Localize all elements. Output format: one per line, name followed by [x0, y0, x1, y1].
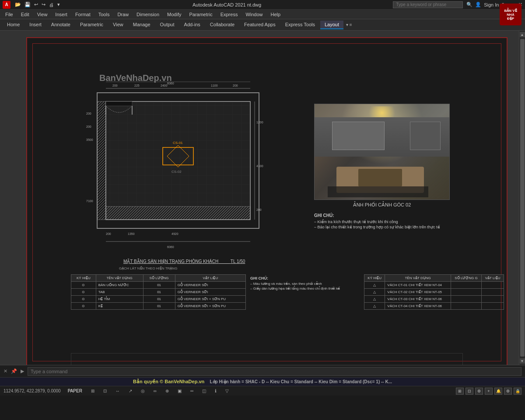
table-row: ⊙ TAB 01 GỖ VERNEER SỚI: [71, 289, 246, 296]
status-icon-4[interactable]: +: [485, 388, 493, 395]
tab-parametric[interactable]: Parametric: [76, 21, 108, 29]
cell-material: GỖ VERNEER SỚI + SƠN PU: [175, 303, 245, 310]
cmd-close-btn[interactable]: ✕: [4, 368, 7, 374]
status-icon-3[interactable]: ⚙: [475, 388, 483, 395]
tab-annotate[interactable]: Annotate: [47, 21, 75, 29]
svg-text:200: 200: [233, 84, 238, 87]
osnap-btn[interactable]: ◎: [139, 388, 147, 393]
right-col-symbol: KÝ HIỆU: [364, 275, 385, 282]
scrollbar-right[interactable]: ▲ ▼: [519, 31, 525, 365]
svg-text:200: 200: [106, 232, 111, 235]
search-icon[interactable]: 🔍: [466, 2, 472, 7]
menu-help[interactable]: Help: [267, 11, 284, 18]
menu-window[interactable]: Window: [242, 11, 266, 18]
menu-tools[interactable]: Tools: [95, 11, 113, 18]
cell-material: [482, 282, 504, 289]
svg-text:200: 200: [112, 84, 118, 87]
menu-dimension[interactable]: Dimension: [133, 11, 163, 18]
photo-rug: [328, 186, 428, 197]
transparency-btn[interactable]: ◫: [200, 388, 208, 393]
title-bar: A 📂 💾 ↩ ↪ 🖨 ▾ Autodesk AutoCAD 2021 nt.d…: [0, 0, 525, 10]
scroll-thumb[interactable]: [520, 39, 525, 357]
polar-btn[interactable]: ↗: [127, 388, 134, 393]
sel-filter-btn[interactable]: ▽: [224, 388, 231, 393]
menu-parametric[interactable]: Parametric: [186, 11, 216, 18]
menu-draw[interactable]: Draw: [114, 11, 132, 18]
scroll-down-arrow[interactable]: ▼: [520, 358, 525, 364]
status-icon-2[interactable]: ⊡: [466, 388, 473, 395]
menu-bar: File Edit View Insert Format Tools Draw …: [0, 10, 525, 19]
redo-icon[interactable]: ↪: [41, 2, 46, 7]
tab-add-ins[interactable]: Add-ins: [180, 21, 205, 29]
tab-manage[interactable]: Manage: [129, 21, 155, 29]
corner-logo: BẢN VẼNHÀĐẸP: [500, 4, 522, 25]
photo-coffee-table: [358, 169, 402, 186]
snap-btn[interactable]: ⊡: [102, 388, 108, 393]
dropdown-icon[interactable]: ▾: [56, 2, 61, 7]
otrack-btn[interactable]: ∞: [152, 388, 158, 393]
tab-output[interactable]: Output: [156, 21, 179, 29]
menu-modify[interactable]: Modify: [164, 11, 185, 18]
sub-note: GẠCH LÁT NỀN THEO HIỆN TRẠNG: [119, 266, 177, 270]
tab-home[interactable]: Home: [3, 21, 24, 29]
interior-photo: [315, 104, 449, 200]
keyword-search[interactable]: [393, 1, 463, 8]
watermark-banner: Bản quyền © BanVeNhaDep.vn Lớp Hiện hành…: [0, 377, 525, 386]
undo-icon[interactable]: ↩: [33, 2, 39, 7]
cmd-pin-btn[interactable]: 📌: [11, 368, 17, 374]
canvas-area[interactable]: BanVeNhaDep.vn: [0, 31, 519, 365]
notes-right-item-2: – Giấy dán tường họa tiết tổng màu theo …: [250, 287, 351, 290]
status-icon-6[interactable]: ⚙: [504, 388, 512, 395]
menu-file[interactable]: File: [2, 11, 17, 18]
svg-text:7100: 7100: [86, 200, 93, 203]
cmd-arrow-btn[interactable]: ▶: [21, 368, 24, 374]
cell-qty: 01: [143, 289, 175, 296]
cell-name: BÀN UỐNG NƯỚC: [96, 282, 143, 289]
tab-collaborate[interactable]: Collaborate: [206, 21, 239, 29]
ribbon-extra-btn[interactable]: ▾ ≡: [346, 22, 352, 27]
tab-featured-apps[interactable]: Featured Apps: [240, 21, 280, 29]
cell-name: HỆ TỈM: [96, 296, 143, 303]
tab-layout[interactable]: Layout: [320, 21, 343, 29]
status-icon-5[interactable]: 🔔: [494, 388, 502, 395]
cell-symbol: ⊙: [71, 289, 96, 296]
cell-material: GỖ VERNEER SỚI + SƠN PU: [175, 296, 245, 303]
scroll-up-arrow[interactable]: ▲: [520, 32, 525, 37]
menu-edit[interactable]: Edit: [18, 11, 33, 18]
svg-text:4100: 4100: [256, 164, 263, 168]
lineweight-btn[interactable]: ═: [189, 388, 195, 393]
dynmode-btn[interactable]: ▣: [176, 388, 183, 393]
wall-panel-2: [410, 122, 441, 150]
tab-insert[interactable]: Insert: [25, 21, 46, 29]
svg-rect-7: [106, 206, 250, 220]
main-workspace: BanVeNhaDep.vn: [0, 31, 525, 365]
interior-photo-area: [314, 104, 450, 200]
command-input[interactable]: [28, 367, 522, 376]
col-header-qty: SỐ LƯỢNG: [143, 275, 175, 282]
grid-btn[interactable]: ⊞: [89, 388, 96, 393]
tab-view[interactable]: View: [108, 21, 128, 29]
cell-qty: 01: [143, 282, 175, 289]
signin-btn[interactable]: Sign In: [484, 2, 499, 7]
wall-panels: [315, 117, 449, 157]
window-title: Autodesk AutoCAD 2021 nt.dwg: [64, 2, 389, 7]
cell-symbol: ⊙: [71, 296, 96, 303]
user-icon[interactable]: 👤: [475, 2, 481, 7]
menu-express[interactable]: Express: [217, 11, 242, 18]
viewport-lock[interactable]: 🔒: [514, 388, 522, 395]
ortho-btn[interactable]: ↔: [114, 388, 122, 393]
status-bar: 1124.9572, 422.2879, 0.0000 PAPER ⊞ ⊡ ↔ …: [0, 386, 525, 396]
plot-icon[interactable]: 🖨: [48, 2, 55, 7]
svg-text:1200: 1200: [256, 121, 263, 124]
status-icon-1[interactable]: ⊞: [456, 388, 464, 395]
ducs-btn[interactable]: ⊕: [164, 388, 171, 393]
right-col-material: VẬT LIỆU: [482, 275, 504, 282]
qprop-btn[interactable]: ℹ: [213, 388, 218, 393]
open-icon[interactable]: 📂: [14, 2, 22, 7]
save-icon[interactable]: 💾: [24, 2, 32, 7]
paper-btn[interactable]: PAPER: [66, 388, 84, 393]
menu-insert[interactable]: Insert: [52, 11, 71, 18]
menu-view[interactable]: View: [34, 11, 51, 18]
tab-express-tools[interactable]: Express Tools: [281, 21, 319, 29]
menu-format[interactable]: Format: [72, 11, 94, 18]
